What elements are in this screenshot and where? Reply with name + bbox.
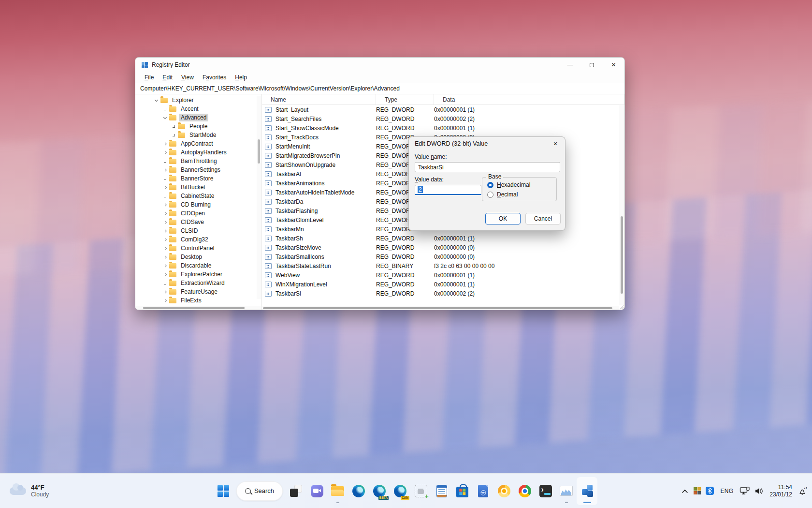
tree-item-appcontract[interactable]: AppContract bbox=[135, 139, 261, 148]
tree-item-cd-burning[interactable]: CD Burning bbox=[135, 200, 261, 209]
tree-item-extractionwizard[interactable]: ExtractionWizard bbox=[135, 279, 261, 287]
language-indicator[interactable]: ENG bbox=[716, 479, 737, 503]
table-row[interactable]: TaskbarSiREG_DWORD0x00000002 (2) bbox=[262, 289, 624, 298]
cancel-button[interactable]: Cancel bbox=[525, 213, 561, 224]
notepad-button[interactable] bbox=[431, 477, 452, 505]
minimize-button[interactable]: — bbox=[559, 58, 581, 72]
tree-item-controlpanel[interactable]: ControlPanel bbox=[135, 244, 261, 253]
notifications-button[interactable]: z z bbox=[796, 479, 810, 503]
address-input[interactable] bbox=[138, 84, 622, 93]
table-row[interactable]: WinXMigrationLevelREG_DWORD0x00000001 (1… bbox=[262, 280, 624, 289]
chevron-right-icon[interactable] bbox=[161, 186, 168, 189]
menu-item-edit[interactable]: Edit bbox=[158, 73, 177, 82]
tree-item-desktop[interactable]: Desktop bbox=[135, 253, 261, 261]
tree-item-people[interactable]: People bbox=[135, 122, 261, 131]
edge-canary-button[interactable]: CAN bbox=[390, 477, 410, 505]
table-row[interactable]: WebViewREG_DWORD0x00000001 (1) bbox=[262, 270, 624, 280]
task-view-button[interactable] bbox=[286, 477, 306, 505]
column-header-data[interactable]: Data bbox=[434, 94, 624, 105]
registry-editor-taskbar-button[interactable] bbox=[577, 477, 597, 505]
tree-item-autoplayhandlers[interactable]: AutoplayHandlers bbox=[135, 148, 261, 157]
menu-item-favorites[interactable]: Favorites bbox=[198, 73, 231, 82]
tree-item-cabinetstate[interactable]: CabinetState bbox=[135, 192, 261, 200]
chrome-button[interactable] bbox=[514, 477, 535, 505]
tray-app-button[interactable] bbox=[691, 479, 703, 503]
value-name-field[interactable] bbox=[415, 162, 560, 172]
bluetooth-button[interactable] bbox=[703, 479, 716, 503]
menu-item-help[interactable]: Help bbox=[231, 73, 251, 82]
table-row[interactable]: Start_SearchFilesREG_DWORD0x00000002 (2) bbox=[262, 114, 624, 123]
table-row[interactable]: TaskbarSizeMoveREG_DWORD0x00000000 (0) bbox=[262, 243, 624, 252]
resize-grip[interactable] bbox=[619, 304, 624, 309]
chevron-right-icon[interactable] bbox=[161, 143, 168, 145]
tree-item-bitbucket[interactable]: BitBucket bbox=[135, 183, 261, 192]
chevron-right-icon[interactable] bbox=[161, 221, 168, 224]
chevron-right-icon[interactable] bbox=[161, 299, 168, 302]
value-data-input[interactable]: 2 bbox=[415, 185, 481, 195]
network-button[interactable] bbox=[737, 479, 752, 503]
menu-item-file[interactable]: File bbox=[140, 73, 158, 82]
weather-widget[interactable]: 44°F Cloudy bbox=[3, 477, 66, 505]
table-row[interactable]: Start_LayoutREG_DWORD0x00000001 (1) bbox=[262, 105, 624, 114]
terminal-button[interactable] bbox=[535, 477, 556, 505]
chevron-down-icon[interactable] bbox=[153, 100, 160, 101]
chrome-canary-button[interactable] bbox=[493, 477, 514, 505]
tree-item-startmode[interactable]: StartMode bbox=[135, 131, 261, 139]
tree-item-cidsave[interactable]: CIDSave bbox=[135, 218, 261, 226]
tree-item-featureusage[interactable]: FeatureUsage bbox=[135, 287, 261, 296]
table-row[interactable]: TaskbarSmallIconsREG_DWORD0x00000000 (0) bbox=[262, 252, 624, 261]
tree-item-accent[interactable]: Accent bbox=[135, 105, 261, 113]
chevron-right-icon[interactable] bbox=[161, 169, 168, 171]
chevron-right-icon[interactable] bbox=[161, 151, 168, 154]
web-document-button[interactable] bbox=[473, 477, 493, 505]
tree-item-advanced[interactable]: Advanced bbox=[135, 113, 261, 122]
tree-item-explorerpatcher[interactable]: ExplorerPatcher bbox=[135, 270, 261, 279]
chevron-right-icon[interactable] bbox=[161, 230, 168, 232]
list-horizontal-scrollbar[interactable] bbox=[262, 306, 619, 310]
edge-beta-button[interactable]: BETA bbox=[369, 477, 390, 505]
chevron-right-icon[interactable] bbox=[161, 273, 168, 276]
chevron-right-icon[interactable] bbox=[161, 212, 168, 215]
chevron-right-icon[interactable] bbox=[161, 204, 168, 206]
start-button[interactable] bbox=[213, 477, 233, 505]
tree-horizontal-scrollbar[interactable] bbox=[135, 306, 261, 310]
chevron-down-icon[interactable] bbox=[161, 117, 168, 119]
taskbar-search[interactable]: Search bbox=[236, 481, 283, 501]
table-row[interactable]: TaskbarStateLastRunREG_BINARYf3 2c c0 63… bbox=[262, 261, 624, 270]
performance-monitor-button[interactable] bbox=[556, 477, 577, 505]
tree-item-fileexts[interactable]: FileExts bbox=[135, 296, 261, 305]
chevron-right-icon[interactable] bbox=[161, 247, 168, 250]
dialog-close-icon[interactable]: ✕ bbox=[546, 137, 565, 150]
clock[interactable]: 11:54 23/01/12 bbox=[766, 479, 796, 503]
hidden-icons-button[interactable] bbox=[679, 479, 691, 503]
tree-item-explorer[interactable]: Explorer bbox=[135, 96, 261, 105]
chevron-right-icon[interactable] bbox=[161, 291, 168, 293]
tree-item-cidopen[interactable]: CIDOpen bbox=[135, 209, 261, 218]
hexadecimal-radio[interactable]: Hexadecimal bbox=[487, 181, 551, 188]
file-explorer-button[interactable] bbox=[327, 477, 348, 505]
column-header-name[interactable]: Name bbox=[262, 94, 376, 105]
microsoft-store-button[interactable] bbox=[452, 477, 473, 505]
chevron-right-icon[interactable] bbox=[161, 239, 168, 241]
tree-item-comdlg32[interactable]: ComDlg32 bbox=[135, 235, 261, 244]
chevron-right-icon[interactable] bbox=[161, 265, 168, 267]
column-header-type[interactable]: Type bbox=[376, 94, 434, 105]
chevron-right-icon[interactable] bbox=[161, 256, 168, 258]
menu-item-view[interactable]: View bbox=[177, 73, 198, 82]
ok-button[interactable]: OK bbox=[485, 213, 521, 224]
decimal-radio[interactable]: Decimal bbox=[487, 191, 551, 198]
snipping-tool-button[interactable] bbox=[410, 477, 431, 505]
tree-item-bamthrottling[interactable]: BamThrottling bbox=[135, 157, 261, 165]
tree-item-discardable[interactable]: Discardable bbox=[135, 261, 261, 270]
tree-item-bannersettings[interactable]: BannerSettings bbox=[135, 165, 261, 174]
list-vertical-scrollbar[interactable] bbox=[619, 105, 624, 305]
edge-button[interactable] bbox=[348, 477, 369, 505]
chat-button[interactable] bbox=[306, 477, 327, 505]
table-row[interactable]: TaskbarShREG_DWORD0x00000001 (1) bbox=[262, 234, 624, 243]
maximize-button[interactable] bbox=[581, 58, 603, 72]
close-button[interactable]: ✕ bbox=[603, 58, 624, 72]
tree-item-clsid[interactable]: CLSID bbox=[135, 226, 261, 235]
tree-vertical-scrollbar[interactable] bbox=[257, 96, 261, 299]
tree-item-bannerstore[interactable]: BannerStore bbox=[135, 174, 261, 183]
volume-button[interactable] bbox=[752, 479, 766, 503]
